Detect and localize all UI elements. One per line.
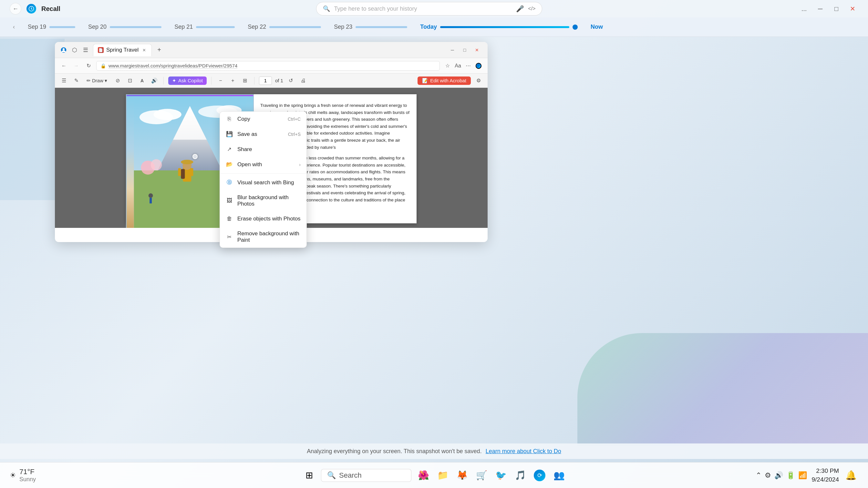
svg-rect-17 bbox=[190, 168, 193, 176]
pdf-print-btn[interactable]: 🖨 bbox=[299, 76, 308, 85]
timeline-item-sep20[interactable]: Sep 20 bbox=[88, 24, 161, 30]
weather-temp: 71°F bbox=[20, 468, 36, 476]
browser-minimize-btn[interactable]: ─ bbox=[447, 45, 457, 55]
mic-icon[interactable]: 🎤 bbox=[516, 5, 524, 12]
pdf-thumbnails-btn[interactable]: ☰ bbox=[59, 76, 68, 85]
timeline-bar-sep20 bbox=[110, 26, 161, 28]
timeline-item-sep19[interactable]: Sep 19 bbox=[28, 24, 75, 30]
context-menu-share[interactable]: ↗ Share bbox=[220, 142, 306, 157]
maximize-button[interactable]: □ bbox=[831, 3, 842, 14]
context-menu-open-with[interactable]: 📂 Open with › bbox=[220, 157, 306, 172]
taskbar-files-icon[interactable]: 📁 bbox=[435, 468, 450, 483]
speaker-icon[interactable]: 🔊 bbox=[774, 471, 783, 480]
timeline-item-today[interactable]: Today bbox=[420, 24, 578, 30]
taskbar-music-icon[interactable]: 🎵 bbox=[513, 468, 528, 483]
context-menu-remove-bg[interactable]: ✂ Remove background with Paint bbox=[220, 226, 306, 248]
browser-addressbar: ← → ↻ 🔒 www.margiestravel.com/springtrav… bbox=[55, 58, 488, 73]
open-with-arrow: › bbox=[299, 162, 301, 167]
svg-rect-15 bbox=[181, 169, 185, 179]
edit-acrobat-button[interactable]: 📝 Edit with Acrobat bbox=[417, 76, 471, 85]
taskbar-recall-icon[interactable]: ⟳ bbox=[532, 468, 547, 483]
pdf-rotate-btn[interactable]: ↺ bbox=[286, 76, 296, 85]
ask-copilot-label: Ask Copilot bbox=[178, 78, 203, 83]
timeline-bar-sep22 bbox=[269, 26, 321, 28]
start-button[interactable]: ⊞ bbox=[302, 468, 316, 483]
browser-close-btn[interactable]: ✕ bbox=[472, 45, 482, 55]
lock-icon: 🔒 bbox=[100, 63, 106, 68]
collections-btn[interactable]: ☰ bbox=[81, 45, 90, 55]
save-icon: 💾 bbox=[226, 131, 233, 137]
battery-icon[interactable]: 🔋 bbox=[786, 471, 795, 480]
pdf-draw-dropdown[interactable]: ✎ bbox=[72, 76, 81, 85]
context-menu-copy[interactable]: ⎘ Copy Ctrl+C bbox=[220, 112, 306, 127]
pdf-page-input[interactable] bbox=[259, 76, 272, 85]
browser-more-icon[interactable]: ⋯ bbox=[464, 61, 473, 70]
more-options-button[interactable]: ... bbox=[798, 3, 810, 14]
network-icon[interactable]: 📶 bbox=[798, 471, 807, 480]
browser-maximize-btn[interactable]: □ bbox=[460, 45, 469, 55]
history-search[interactable]: 🔍 Type here to search your history 🎤 </> bbox=[316, 2, 542, 15]
copy-label: Copy bbox=[237, 116, 283, 122]
browser-tab[interactable]: 📄 Spring Travel ✕ bbox=[93, 44, 152, 56]
favorites-icon[interactable]: ☆ bbox=[443, 61, 452, 70]
clock[interactable]: 2:30 PM 9/24/2024 bbox=[811, 467, 839, 484]
pdf-zoom-out-btn[interactable]: − bbox=[216, 76, 225, 85]
taskbar-right: ⌃ ⚙ 🔊 🔋 📶 2:30 PM 9/24/2024 🔔 bbox=[755, 467, 868, 484]
date-display: 9/24/2024 bbox=[811, 476, 839, 484]
address-bar[interactable]: 🔒 www.margiestravel.com/springtravelidea… bbox=[96, 61, 440, 71]
visual-search-label: Visual search with Bing bbox=[237, 180, 301, 186]
taskbar-search[interactable]: 🔍 Search bbox=[321, 469, 411, 482]
notification-link[interactable]: Learn more about Click to Do bbox=[486, 448, 561, 455]
context-menu-blur-bg[interactable]: 🖼 Blur background with Photos bbox=[220, 190, 306, 212]
taskbar-search-icon: 🔍 bbox=[327, 471, 336, 480]
refresh-button[interactable]: ↻ bbox=[84, 61, 93, 70]
timeline-chevron-left[interactable]: ‹ bbox=[13, 24, 15, 30]
tab-title: Spring Travel bbox=[106, 47, 138, 53]
context-menu-erase-objects[interactable]: 🗑 Erase objects with Photos bbox=[220, 212, 306, 226]
minimize-button[interactable]: ─ bbox=[814, 3, 826, 14]
extensions-btn[interactable]: ⬡ bbox=[70, 45, 80, 55]
back-nav-button[interactable]: ← bbox=[59, 61, 68, 70]
pdf-zoom-in-btn[interactable]: + bbox=[228, 76, 237, 85]
save-shortcut: Ctrl+S bbox=[288, 132, 301, 137]
open-with-icon: 📂 bbox=[226, 161, 233, 168]
edit-acrobat-label: Edit with Acrobat bbox=[430, 78, 466, 83]
taskbar-browser-icon[interactable]: 🦊 bbox=[455, 468, 469, 483]
settings-icon[interactable]: ⚙ bbox=[765, 471, 771, 480]
titlebar-right: ... ─ □ ✕ bbox=[798, 3, 858, 14]
titlebar-left: ← Recall bbox=[10, 3, 60, 14]
pdf-fit-page-btn[interactable]: ⊞ bbox=[241, 76, 250, 85]
new-tab-button[interactable]: + bbox=[154, 45, 164, 55]
context-menu-save-as[interactable]: 💾 Save as Ctrl+S bbox=[220, 127, 306, 142]
browser-titlebar: ⬡ ☰ 📄 Spring Travel ✕ + ─ □ ✕ bbox=[55, 42, 488, 58]
timeline-item-sep23[interactable]: Sep 23 bbox=[334, 24, 407, 30]
back-button[interactable]: ← bbox=[10, 3, 21, 14]
read-aloud-icon[interactable]: Aa bbox=[454, 61, 462, 70]
taskbar-store-icon[interactable]: 🛒 bbox=[474, 468, 489, 483]
pdf-text-btn[interactable]: A bbox=[137, 76, 147, 85]
notification-center-btn[interactable]: 🔔 bbox=[843, 468, 858, 483]
context-menu-visual-search[interactable]: Ⓑ Visual search with Bing bbox=[220, 175, 306, 190]
close-button[interactable]: ✕ bbox=[847, 3, 858, 14]
time-display: 2:30 PM bbox=[811, 467, 839, 476]
pdf-eraser-btn[interactable]: ⊘ bbox=[113, 76, 122, 85]
taskbar-widget-icon[interactable]: 🌺 bbox=[416, 468, 431, 483]
weather-widget[interactable]: ☀ 71°F Sunny bbox=[10, 468, 36, 483]
browser-toolbar-right: ☆ Aa ⋯ bbox=[443, 61, 483, 70]
taskbar-twitter-icon[interactable]: 🐦 bbox=[493, 468, 508, 483]
tab-close-button[interactable]: ✕ bbox=[141, 47, 147, 53]
pdf-fit-btn[interactable]: ⊡ bbox=[125, 76, 134, 85]
show-hidden-icons-btn[interactable]: ⌃ bbox=[755, 471, 762, 480]
search-placeholder: Type here to search your history bbox=[334, 5, 417, 12]
code-icon[interactable]: </> bbox=[528, 6, 535, 11]
taskbar-teams-icon[interactable]: 👥 bbox=[552, 468, 566, 483]
ask-copilot-button[interactable]: ✦ Ask Copilot bbox=[168, 76, 207, 85]
profile-icon-btn[interactable] bbox=[59, 45, 68, 55]
draw-icon2: ✏ bbox=[87, 78, 91, 84]
pdf-draw-button[interactable]: ✏ Draw ▾ bbox=[84, 77, 110, 85]
timeline-bar-sep19 bbox=[50, 26, 75, 28]
pdf-read-aloud-btn[interactable]: 🔊 bbox=[150, 76, 159, 85]
timeline-item-sep22[interactable]: Sep 22 bbox=[248, 24, 321, 30]
timeline-item-sep21[interactable]: Sep 21 bbox=[175, 24, 235, 30]
pdf-settings-btn[interactable]: ⚙ bbox=[474, 76, 483, 85]
